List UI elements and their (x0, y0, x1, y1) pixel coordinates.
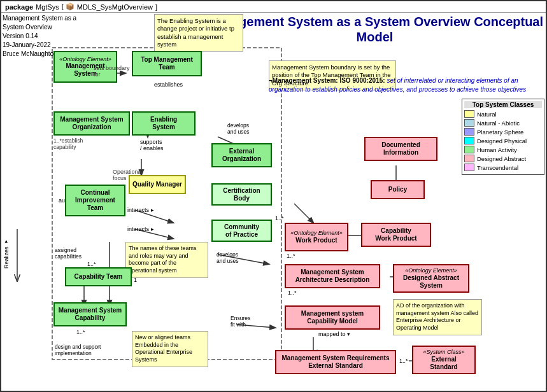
names-vary-note: The names of these teams and roles may v… (125, 242, 208, 278)
legend-color-planetary (464, 128, 474, 136)
new-aligned-note: New or aligned teams Embedded in the Ope… (132, 331, 208, 367)
package-overview: MDLS_SysMgtOverview (77, 3, 153, 11)
one-star-wp1: 1..* (275, 215, 284, 221)
assigned-cap-label: assignedcapabilities (55, 247, 82, 260)
legend-label-designed-abstract: Designed Abstract (477, 155, 526, 162)
mgt-sys-org-box: Management SystemOrganization (53, 111, 130, 136)
capability-work-product-box: CapabilityWork Product (361, 223, 431, 247)
legend-item-transcendental: Transcendental (464, 164, 542, 171)
community-practice-label: Communityof Practice (224, 223, 259, 239)
quality-manager-box: Quality Manager (129, 175, 186, 194)
names-vary-text: The names of these teams and roles may v… (129, 245, 197, 274)
svg-line-19 (294, 204, 313, 223)
new-aligned-text: New or aligned teams Embedded in the Ope… (135, 334, 192, 363)
work-product-label: Work Product (295, 237, 337, 244)
info-line2: System Overview (3, 23, 76, 32)
package-icon: [ 📦 (62, 3, 75, 11)
external-standard-box: «System Class» ExternalStandard (412, 346, 476, 374)
legend-color-designed-abstract (464, 155, 474, 162)
diagram-area: Management System as a System Overview C… (1, 13, 546, 388)
policy-label: Policy (388, 186, 407, 193)
supports-enables-label: supports/ enables (140, 139, 164, 151)
certification-body-label: CertificationBody (223, 187, 260, 202)
one-star-below: 1..* (76, 329, 85, 335)
top-management-team-box: Top ManagementTeam (132, 51, 202, 76)
one-star-cap: 1..* (87, 261, 96, 267)
page-title: Management System as a System Overview C… (205, 14, 544, 45)
one-label-cap: 1 (134, 277, 137, 283)
mapped-to-label: mapped to ▾ (318, 331, 350, 337)
develops-uses-bottom-label: developsand uses (217, 251, 239, 264)
sets-boundary-label: sets boundaryfor (94, 65, 130, 78)
ad-note-text: AD of the organization with management s… (396, 302, 478, 331)
ad-note: AD of the organization with management s… (393, 299, 482, 335)
continual-improvement-box: ContinualImprovementTeam (65, 185, 125, 216)
certification-body-box: CertificationBody (211, 183, 272, 206)
mgt-sys-arch-box: Management SystemArchitecture Descriptio… (285, 264, 380, 288)
capability-work-product-label: CapabilityWork Product (375, 227, 416, 242)
design-support-label: design and supportimplementation (55, 344, 101, 356)
external-standard-stereotype: «System Class» (423, 349, 464, 356)
info-line1: Management System as a (3, 14, 76, 23)
designed-abstract-box: «Ontology Element» Designed AbstractSyst… (393, 264, 469, 293)
mgt-sys-req-label: Management System RequirementsExternal S… (282, 354, 390, 370)
designed-abstract-label: Designed AbstractSystem (403, 274, 459, 290)
community-practice-box: Communityof Practice (211, 220, 272, 242)
legend-item-planetary: Planetary Sphere (464, 128, 542, 136)
continual-improvement-label: ContinualImprovementTeam (75, 189, 115, 212)
legend-color-transcendental (464, 164, 474, 171)
legend-label-planetary: Planetary Sphere (477, 129, 523, 136)
mgt-sys-cap-model-box: Management systemCapability Model (285, 305, 380, 330)
enabling-system-box: EnablingSystem (132, 111, 195, 136)
documented-info-label: DocumentedInformation (381, 141, 420, 157)
main-container: package MgtSys [ 📦 MDLS_SysMgtOverview ] (0, 0, 547, 392)
external-org-box: ExternalOrganization (211, 143, 272, 167)
info-line4: 19-January-2022 (3, 41, 76, 50)
legend-label-natural: Natural (477, 111, 497, 118)
top-management-team-label: Top ManagementTeam (141, 56, 192, 71)
establishes-label: establishes (154, 81, 183, 88)
external-standard-label: ExternalStandard (430, 356, 457, 371)
ensures-fit-label: Ensuresfit with (231, 315, 250, 328)
documented-info-box: DocumentedInformation (364, 137, 437, 161)
realizes-label: Realizes ▾ (3, 239, 10, 269)
capability-team-box: Capability Team (65, 267, 132, 286)
interacts-label1: interacts ▸ (127, 207, 154, 213)
legend-title: Top System Classes (464, 101, 542, 108)
legend-item-natural: Natural (464, 110, 542, 118)
enabling-system-label: EnablingSystem (150, 116, 177, 131)
legend-item-abiotic: Natural - Abiotic (464, 119, 542, 127)
capability-team-label: Capability Team (75, 273, 123, 281)
establish-capability-label: 1..*establishcapability (53, 137, 83, 150)
one-star-wp2: 1..* (287, 253, 295, 259)
interacts-label2: interacts ▸ (127, 226, 154, 232)
legend-item-designed-physical: Designed Physical (464, 137, 542, 144)
designed-abstract-stereotype: «Ontology Element» (405, 267, 457, 274)
legend-item-designed-abstract: Designed Abstract (464, 155, 542, 162)
management-system-stereotype: «Ontology Element» (59, 56, 111, 63)
policy-box: Policy (371, 180, 425, 199)
one-star-req: 1..* (399, 358, 408, 364)
legend-item-human-activity: Human Activity (464, 146, 542, 153)
legend-color-abiotic (464, 119, 474, 127)
mgt-sys-capability-box: Management SystemCapability (53, 302, 127, 326)
enabling-note: The Enabling System is a change project … (154, 14, 243, 52)
work-product-stereotype: «Ontology Element» (290, 230, 343, 237)
legend: Top System Classes Natural Natural - Abi… (462, 99, 544, 175)
develops-uses-top-label: developsand uses (227, 122, 250, 135)
legend-color-designed-physical (464, 137, 474, 144)
work-product-box: «Ontology Element» Work Product (285, 223, 348, 251)
legend-label-abiotic: Natural - Abiotic (477, 120, 520, 127)
mgt-sys-cap-model-label: Management systemCapability Model (301, 310, 364, 325)
quality-manager-label: Quality Manager (132, 181, 182, 188)
legend-label-designed-physical: Designed Physical (477, 137, 527, 144)
legend-label-transcendental: Transcendental (477, 164, 518, 171)
one-star-arch: 1..* (288, 290, 297, 296)
legend-color-human-activity (464, 146, 474, 153)
package-name: MgtSys (36, 3, 59, 11)
mgt-sys-arch-label: Management SystemArchitecture Descriptio… (295, 269, 370, 284)
legend-label-human-activity: Human Activity (477, 146, 517, 153)
mgt-sys-req-box: Management System RequirementsExternal S… (275, 350, 396, 374)
iso-definition: ¬Management System: ISO 9000:2015: set o… (269, 76, 544, 94)
legend-color-natural (464, 110, 474, 118)
